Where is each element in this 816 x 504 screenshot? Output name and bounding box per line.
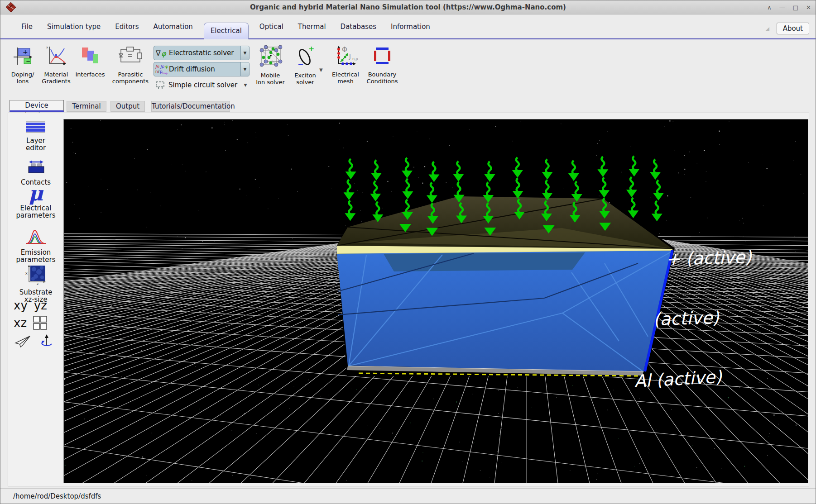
mu-icon: μ bbox=[8, 185, 63, 203]
grid-view-icon[interactable] bbox=[33, 316, 48, 330]
sidebar: Layer editor Contacts μ Electrical param… bbox=[8, 113, 63, 486]
svg-text:+ (active): + (active) bbox=[666, 247, 752, 269]
svg-text:+: + bbox=[23, 48, 28, 56]
electrical-mesh-icon: Φ J n,p bbox=[333, 45, 358, 67]
substrate-image-icon: x z bbox=[25, 264, 47, 285]
tool-interfaces[interactable]: Interfaces bbox=[73, 45, 107, 78]
app-window: Organic and hybrid Material Nano Simulat… bbox=[0, 0, 816, 504]
statusbar: /home/rod/Desktop/dsfdfs bbox=[0, 488, 816, 504]
minimize-button[interactable]: — bbox=[779, 4, 785, 11]
exciton-dropdown-arrow[interactable]: ▼ bbox=[319, 67, 323, 72]
drift-diffusion-dropdown-arrow[interactable]: ▼ bbox=[240, 62, 249, 76]
svg-text:−: − bbox=[298, 60, 303, 68]
tab-output[interactable]: Output bbox=[110, 101, 145, 112]
menu-databases[interactable]: Databases bbox=[341, 23, 376, 31]
close-button[interactable]: ✕ bbox=[806, 4, 811, 11]
device-structure-page: Layer editor Contacts μ Electrical param… bbox=[8, 113, 809, 486]
ribbon: + − Doping/ Ions x Material Gradients bbox=[0, 39, 816, 97]
exciton-solver-icon: + − bbox=[295, 45, 316, 68]
tool-exciton-solver[interactable]: + − Exciton solver bbox=[292, 45, 318, 86]
3d-device-viewport[interactable]: + (active)(active)Al (active) bbox=[63, 119, 808, 483]
doping-ions-icon: + − bbox=[12, 45, 34, 67]
tab-tutorials-documentation[interactable]: Tutorials/Documentation bbox=[151, 101, 230, 112]
electrostatic-dropdown-arrow[interactable]: ▼ bbox=[240, 46, 249, 60]
tool-boundary-conditions[interactable]: Boundary Conditions bbox=[363, 45, 402, 85]
view-xy-button[interactable]: xy bbox=[14, 299, 28, 312]
menu-thermal[interactable]: Thermal bbox=[298, 23, 326, 31]
material-gradients-icon: x bbox=[45, 45, 67, 67]
current-path: /home/rod/Desktop/dsfdfs bbox=[13, 489, 101, 504]
window-title: Organic and hybrid Material Nano Simulat… bbox=[0, 0, 816, 14]
menu-simulation-type[interactable]: Simulation type bbox=[47, 23, 101, 31]
svg-text:n,p: n,p bbox=[352, 57, 358, 61]
tab-terminal[interactable]: Terminal bbox=[67, 101, 106, 112]
electrostatic-solver-combo[interactable]: ∇ φ Electrostatic solver ▼ bbox=[154, 46, 250, 60]
paper-plane-icon[interactable] bbox=[14, 335, 31, 347]
menu-file[interactable]: File bbox=[21, 23, 33, 31]
menu-automation[interactable]: Automation bbox=[154, 23, 193, 31]
menu-electrical-active[interactable]: Electrical bbox=[204, 23, 249, 39]
interfaces-icon bbox=[79, 45, 101, 67]
menu-editors[interactable]: Editors bbox=[115, 23, 139, 31]
parasitic-components-icon bbox=[118, 45, 143, 67]
layers-icon bbox=[25, 120, 46, 133]
tab-device-structure[interactable]: Device structure bbox=[10, 100, 64, 112]
rotate-view-icon[interactable] bbox=[40, 334, 53, 348]
tool-doping-ions[interactable]: + − Doping/ Ions bbox=[8, 45, 38, 85]
boundary-conditions-icon bbox=[371, 45, 393, 67]
simple-circuit-dropdown-arrow[interactable]: ▼ bbox=[241, 78, 250, 92]
mobile-ion-solver-icon bbox=[258, 45, 283, 68]
sidebar-item-substrate-xz-size[interactable]: x z Substrate xz-size bbox=[8, 264, 63, 303]
svg-text:n: n bbox=[155, 69, 158, 74]
svg-text:Jn: Jn bbox=[155, 64, 159, 69]
simple-circuit-solver-combo[interactable]: Simple circuit solver ▼ bbox=[154, 78, 250, 92]
drift-diffusion-label: Drift diffusion bbox=[168, 65, 240, 73]
svg-text:+: + bbox=[308, 45, 314, 53]
view-yz-button[interactable]: yz bbox=[34, 299, 47, 312]
sidebar-item-emission-parameters[interactable]: Emission parameters bbox=[8, 227, 63, 263]
sidebar-item-layer-editor[interactable]: Layer editor bbox=[8, 120, 63, 152]
svg-text:z: z bbox=[37, 282, 38, 285]
svg-text:x: x bbox=[46, 46, 48, 49]
drift-diffusion-combo[interactable]: Jn Jp φ n / p trap Drift diffusion ▼ bbox=[154, 62, 250, 76]
menubar: File Simulation type Editors Automation … bbox=[0, 14, 816, 39]
contacts-icon bbox=[24, 159, 47, 175]
simple-circuit-solver-label: Simple circuit solver bbox=[167, 81, 241, 89]
svg-text:Φ: Φ bbox=[342, 46, 347, 54]
shade-button[interactable]: ∧ bbox=[767, 4, 772, 11]
svg-text:φ: φ bbox=[161, 49, 167, 58]
sidebar-item-electrical-parameters[interactable]: μ Electrical parameters bbox=[8, 185, 63, 219]
tool-mobile-ion-solver[interactable]: Mobile Ion solver bbox=[252, 45, 288, 86]
solver-stack: ∇ φ Electrostatic solver ▼ Jn Jp φ n / p… bbox=[154, 46, 250, 94]
svg-text:−: − bbox=[26, 58, 30, 64]
maximize-button[interactable]: □ bbox=[793, 4, 798, 11]
emission-spectrum-icon bbox=[25, 227, 47, 245]
tool-material-gradients[interactable]: x Material Gradients bbox=[40, 45, 72, 85]
menu-optical[interactable]: Optical bbox=[259, 23, 283, 31]
drift-diffusion-icon: Jn Jp φ n / p trap bbox=[155, 63, 168, 75]
svg-text:(active): (active) bbox=[653, 308, 720, 329]
tool-electrical-mesh[interactable]: Φ J n,p Electrical mesh bbox=[327, 45, 364, 85]
svg-text:∇: ∇ bbox=[155, 49, 161, 57]
view-xz-button[interactable]: xz bbox=[14, 316, 27, 330]
electrostatic-solver-icon: ∇ φ bbox=[155, 47, 168, 59]
tool-parasitic-components[interactable]: Parasitic components bbox=[110, 45, 151, 85]
simple-circuit-solver-icon bbox=[154, 79, 167, 91]
titlebar: Organic and hybrid Material Nano Simulat… bbox=[0, 0, 816, 14]
document-tabs: Device structure Terminal Output Tutoria… bbox=[0, 97, 816, 113]
svg-text:x: x bbox=[25, 271, 28, 276]
electrostatic-solver-label: Electrostatic solver bbox=[168, 49, 240, 57]
about-button[interactable]: About bbox=[777, 23, 809, 34]
corner-grip-icon: ◢ bbox=[766, 26, 769, 32]
svg-text:trap: trap bbox=[162, 71, 168, 75]
svg-text:Jp: Jp bbox=[160, 64, 165, 69]
menu-information[interactable]: Information bbox=[391, 23, 430, 31]
svg-text:J: J bbox=[349, 53, 351, 60]
